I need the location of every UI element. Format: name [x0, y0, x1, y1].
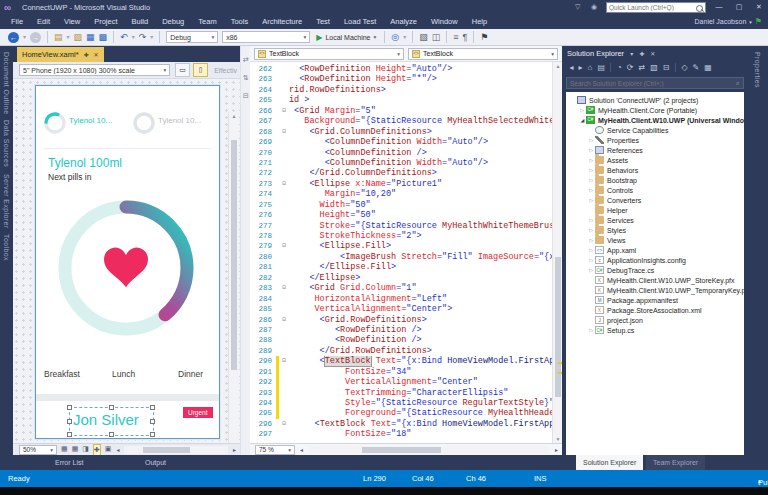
redo-icon[interactable]: ↷ — [139, 30, 147, 45]
window-position-icon[interactable]: ▾ — [630, 50, 633, 57]
expander-icon[interactable]: ▷ — [588, 147, 595, 153]
home-icon[interactable]: ⌂ — [588, 63, 593, 72]
code-line[interactable]: 285 VerticalAlignment="Center"> — [250, 304, 552, 314]
design-canvas[interactable]: Tylenol 10... Tylenol 10... Tylenol 100m… — [13, 79, 240, 443]
minimize-button[interactable]: — — [712, 0, 726, 13]
code-line[interactable]: 270 <ColumnDefinition /> — [250, 148, 552, 158]
landscape-icon[interactable]: ▭ — [175, 63, 190, 77]
menu-item-build[interactable]: Build — [125, 15, 156, 29]
quick-launch-box[interactable] — [606, 2, 706, 13]
forward-icon[interactable]: ▸ — [579, 63, 583, 72]
nav-back-icon[interactable]: ← — [8, 32, 19, 43]
code-line[interactable]: 281 </Ellipse.Fill> — [250, 262, 552, 272]
side-tab-data-sources[interactable]: Data Sources — [3, 120, 10, 167]
tree-item-behaviors[interactable]: ▷Behaviors — [566, 165, 744, 175]
quick-launch-input[interactable] — [607, 3, 695, 12]
tab-error-list[interactable]: Error List — [55, 455, 83, 470]
close-icon[interactable]: ✕ — [650, 50, 655, 57]
tab-solution-explorer[interactable]: Solution Explorer — [576, 455, 643, 470]
tree-item-app-xaml[interactable]: ▷<>App.xaml — [566, 245, 744, 255]
grid-gridlines-icon[interactable]: ▦ — [72, 444, 79, 456]
expander-icon[interactable]: ▷ — [588, 227, 595, 233]
tree-item-converters[interactable]: ▷Converters — [566, 195, 744, 205]
side-tab-toolbox[interactable]: Toolbox — [3, 234, 10, 261]
designer-horizontal-scrollbar[interactable] — [124, 446, 228, 454]
code-line[interactable]: 297 FontSize="18" — [250, 429, 552, 439]
code-line[interactable]: 268⊟ <Grid.ColumnDefinitions> — [250, 127, 552, 137]
resize-handle[interactable] — [67, 432, 72, 437]
expander-icon[interactable]: ▷ — [588, 327, 595, 333]
tree-item-assets[interactable]: ▷Assets — [566, 155, 744, 165]
code-line[interactable]: 275 Width="50" — [250, 200, 552, 210]
fold-marker[interactable]: ⊟ — [279, 241, 289, 251]
scrollbar-thumb[interactable] — [555, 257, 561, 397]
code-line[interactable]: 288 <RowDefinition /> — [250, 335, 552, 345]
nav-forward-icon[interactable]: → — [30, 32, 41, 43]
scrollbar-thumb[interactable] — [231, 140, 237, 370]
code-line[interactable]: 282 </Ellipse> — [250, 273, 552, 283]
tree-item-styles[interactable]: ▷Styles — [566, 225, 744, 235]
menu-item-window[interactable]: Window — [424, 15, 465, 29]
portrait-icon[interactable]: ▯ — [193, 63, 208, 77]
show-all-files-icon[interactable]: ▧ — [650, 63, 658, 72]
fold-marker[interactable]: ⊟ — [279, 179, 289, 189]
bookmark-icon[interactable]: ⚑ — [480, 30, 488, 45]
refresh-icon[interactable]: ⟳ — [627, 63, 634, 72]
editor-vertical-scrollbar[interactable]: ▲ ▼ — [552, 62, 562, 443]
menu-item-team[interactable]: Team — [191, 15, 223, 29]
caret-icon[interactable]: ▾ — [132, 30, 135, 45]
close-icon[interactable]: ✕ — [94, 51, 99, 58]
expander-icon[interactable]: ▷ — [588, 247, 595, 253]
side-tab-document-outline[interactable]: Document Outline — [3, 52, 10, 114]
account-name[interactable]: Daniel Jacobson — [695, 18, 747, 25]
document-tab-homeview[interactable]: HomeView.xaml* ✚ ✕ — [17, 47, 104, 62]
side-tab-server-explorer[interactable]: Server Explorer — [3, 174, 10, 229]
expander-icon[interactable]: ▷ — [588, 167, 595, 173]
properties-icon[interactable]: ✎ — [693, 63, 700, 72]
switch-views-icon[interactable]: ▤ — [597, 63, 605, 72]
tree-item-views[interactable]: ▷Views — [566, 235, 744, 245]
expander-icon[interactable]: ▷ — [588, 197, 595, 203]
code-line[interactable]: 280 <ImageBrush Stretch="Fill" ImageSour… — [250, 252, 552, 262]
code-line[interactable]: 290⊟ <TextBlock Text="{x:Bind HomeViewMo… — [250, 356, 552, 366]
account-cluster[interactable]: Daniel Jacobson ▾ ⚑ — [695, 17, 762, 26]
designer-vertical-scrollbar[interactable]: ▲ ▼ — [228, 112, 238, 443]
expander-icon[interactable]: ◢ — [579, 117, 586, 123]
code-line[interactable]: 269 <ColumnDefinition Width="Auto"/> — [250, 137, 552, 147]
solution-platform-dropdown[interactable]: x86 ▾ — [222, 31, 310, 43]
caret-icon[interactable]: ▾ — [23, 30, 26, 45]
tree-item-applicationinsights-config[interactable]: ▷cApplicationInsights.config — [566, 255, 744, 265]
scroll-right-icon[interactable]: ► — [232, 445, 237, 455]
menu-item-test[interactable]: Test — [309, 15, 337, 29]
undo-icon[interactable]: ↶ — [120, 30, 128, 45]
find-icon[interactable]: ◎ — [391, 30, 399, 45]
scrollbar-thumb[interactable] — [143, 447, 190, 453]
snap-to-grid-icon[interactable]: ▣ — [105, 444, 112, 456]
menu-item-load-test[interactable]: Load Test — [337, 15, 383, 29]
menu-item-view[interactable]: View — [57, 15, 87, 29]
tree-item-myhealth-client-core-portable[interactable]: ▷C#MyHealth.Client.Core (Portable) — [566, 105, 744, 115]
code-line[interactable]: 292 VerticalAlignment="Center" — [250, 377, 552, 387]
caret-icon[interactable]: ▾ — [403, 30, 406, 45]
solution-explorer-header[interactable]: Solution Explorer ▾✚✕ — [562, 46, 748, 60]
expander-icon[interactable]: ▷ — [588, 237, 595, 243]
save-icon[interactable]: ▦ — [86, 30, 95, 45]
code-line[interactable]: 294 Style="{StaticResource RegularTextSt… — [250, 398, 552, 408]
restore-button[interactable]: ▢ — [732, 0, 746, 13]
editor-zoom-dropdown[interactable]: 75 % ▾ — [255, 445, 295, 455]
tab-output[interactable]: Output — [145, 455, 166, 470]
menu-item-file[interactable]: File — [4, 15, 30, 29]
tree-item-controls[interactable]: ▷Controls — [566, 185, 744, 195]
close-button[interactable]: ✕ — [752, 0, 766, 13]
menu-item-debug[interactable]: Debug — [155, 15, 191, 29]
tree-item-service-capabilities[interactable]: Service Capabilities — [566, 125, 744, 135]
sync-with-active-document-icon[interactable]: ⇄ — [638, 63, 645, 72]
code-line[interactable]: 272 </Grid.ColumnDefinitions> — [250, 168, 552, 178]
menu-item-analyze[interactable]: Analyze — [383, 15, 424, 29]
send-feedback-icon[interactable]: ◉ — [591, 3, 597, 11]
menu-item-project[interactable]: Project — [87, 15, 124, 29]
tree-item-myhealth-client-w10-uwp-temporarykey-pfx[interactable]: KMyHealth.Client.W10.UWP_TemporaryKey.pf… — [566, 285, 744, 295]
code-line[interactable]: 264rid.RowDefinitions> — [250, 85, 552, 95]
fold-marker[interactable]: ⊟ — [279, 106, 289, 116]
tree-item-myhealth-client-w10-uwp-universal-windows[interactable]: ◢C#MyHealth.Client.W10.UWP (Universal Wi… — [566, 115, 744, 125]
